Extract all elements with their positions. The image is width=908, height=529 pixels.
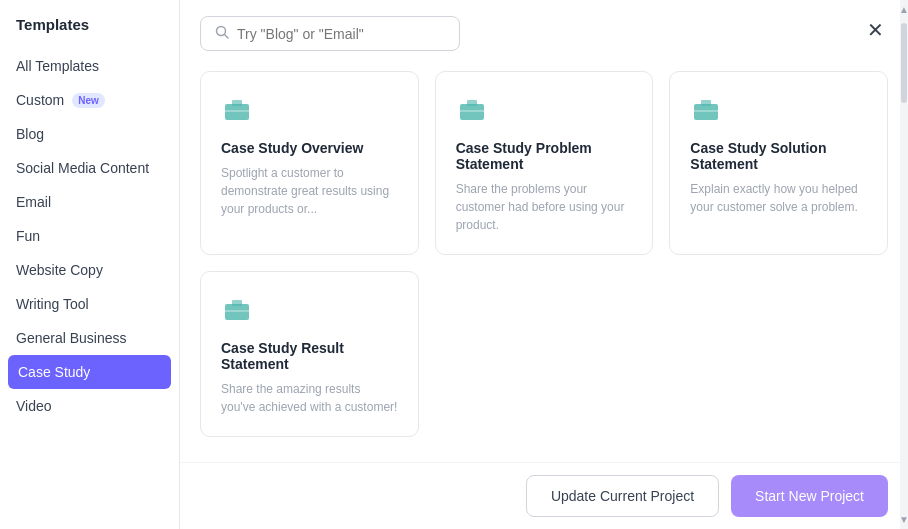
sidebar-item-label: Writing Tool [16,296,89,312]
card-title: Case Study Overview [221,140,398,156]
card-case-study-overview[interactable]: Case Study Overview Spotlight a customer… [200,71,419,255]
svg-rect-7 [460,110,484,112]
card-description: Share the amazing results you've achieve… [221,380,398,416]
card-title: Case Study Solution Statement [690,140,867,172]
sidebar-item-label: Website Copy [16,262,103,278]
sidebar-item-label: Blog [16,126,44,142]
sidebar-item-writing-tool[interactable]: Writing Tool [0,287,179,321]
cards-grid: Case Study Overview Spotlight a customer… [200,71,888,437]
card-description: Explain exactly how you helped your cust… [690,180,867,216]
sidebar-title: Templates [0,16,179,49]
sidebar-item-fun[interactable]: Fun [0,219,179,253]
sidebar-item-label: Video [16,398,52,414]
card-icon [221,92,398,128]
sidebar-item-all-templates[interactable]: All Templates [0,49,179,83]
card-description: Share the problems your customer had bef… [456,180,633,234]
sidebar-item-social-media-content[interactable]: Social Media Content [0,151,179,185]
svg-rect-9 [701,100,711,106]
scrollbar-thumb[interactable] [901,23,907,103]
main-panel: ✕ Case Study Overview Spotlight a custom… [180,0,908,529]
sidebar-item-label: Social Media Content [16,160,149,176]
svg-rect-12 [232,300,242,306]
sidebar-item-label: Fun [16,228,40,244]
new-badge: New [72,93,105,108]
header: ✕ [180,0,908,63]
sidebar-item-video[interactable]: Video [0,389,179,423]
scroll-down-arrow[interactable]: ▼ [899,510,908,529]
card-icon [690,92,867,128]
card-icon [221,292,398,328]
sidebar-item-website-copy[interactable]: Website Copy [0,253,179,287]
svg-rect-6 [467,100,477,106]
footer: Update Current Project Start New Project [180,462,908,529]
card-title: Case Study Problem Statement [456,140,633,172]
search-icon [215,25,229,42]
sidebar: Templates All Templates Custom New Blog … [0,0,180,529]
search-wrapper [200,16,460,51]
card-case-study-problem[interactable]: Case Study Problem Statement Share the p… [435,71,654,255]
card-case-study-solution[interactable]: Case Study Solution Statement Explain ex… [669,71,888,255]
sidebar-item-label: Email [16,194,51,210]
card-case-study-result[interactable]: Case Study Result Statement Share the am… [200,271,419,437]
scroll-up-arrow[interactable]: ▲ [899,0,908,19]
svg-rect-13 [225,310,249,312]
svg-rect-10 [694,110,718,112]
card-description: Spotlight a customer to demonstrate grea… [221,164,398,218]
svg-rect-4 [225,110,249,112]
svg-rect-3 [232,100,242,106]
search-input[interactable] [237,26,445,42]
sidebar-item-label: Case Study [18,364,90,380]
card-title: Case Study Result Statement [221,340,398,372]
update-current-project-button[interactable]: Update Current Project [526,475,719,517]
card-icon [456,92,633,128]
sidebar-item-label: All Templates [16,58,99,74]
start-new-project-button[interactable]: Start New Project [731,475,888,517]
scrollbar-track: ▲ ▼ [900,0,908,529]
sidebar-item-label: Custom [16,92,64,108]
cards-area: Case Study Overview Spotlight a customer… [180,63,908,462]
sidebar-item-blog[interactable]: Blog [0,117,179,151]
sidebar-item-custom[interactable]: Custom New [0,83,179,117]
svg-line-1 [225,35,229,39]
sidebar-item-case-study[interactable]: Case Study [8,355,171,389]
close-button[interactable]: ✕ [863,16,888,44]
sidebar-item-email[interactable]: Email [0,185,179,219]
sidebar-item-general-business[interactable]: General Business [0,321,179,355]
sidebar-item-label: General Business [16,330,127,346]
